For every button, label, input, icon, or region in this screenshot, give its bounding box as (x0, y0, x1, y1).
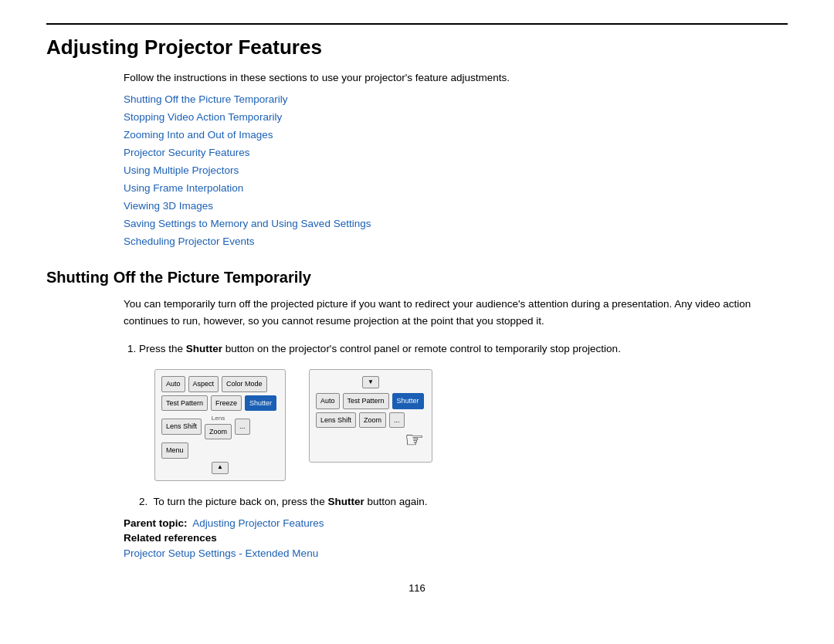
link-multiple-projectors[interactable]: Using Multiple Projectors (124, 162, 788, 180)
link-security[interactable]: Projector Security Features (124, 144, 788, 162)
parent-topic-label: Parent topic: (124, 517, 188, 529)
link-3d-images[interactable]: Viewing 3D Images (124, 198, 788, 215)
cp-btn-aspect: Aspect (188, 376, 219, 391)
remote-btn-auto: Auto (316, 393, 340, 408)
remote-arrow-top: ▼ (316, 376, 425, 388)
cp-btn-auto: Auto (161, 376, 185, 391)
page-number: 116 (46, 582, 788, 594)
remote-arrow-btn: ▼ (362, 376, 379, 388)
page-container: Adjusting Projector Features Follow the … (0, 0, 834, 625)
section-intro: You can temporarily turn off the project… (124, 296, 788, 329)
page-title: Adjusting Projector Features (46, 36, 788, 59)
remote-row1: Auto Test Pattern Shutter (316, 393, 425, 408)
cp-zoom-group: Lens Zoom (205, 414, 232, 439)
control-panel-image: Auto Aspect Color Mode Test Pattern Free… (154, 369, 286, 480)
link-zooming[interactable]: Zooming Into and Out of Images (124, 127, 788, 144)
step-2-text: 2. To turn the picture back on, press th… (139, 493, 788, 510)
cp-row2: Test Pattern Freeze Shutter (161, 395, 279, 411)
cp-lensshift-group: Lens Shift (161, 419, 202, 434)
cp-lens-label: Lens (212, 414, 225, 424)
step-1: Press the Shutter button on the projecto… (139, 341, 788, 481)
link-shutting-off[interactable]: Shutting Off the Picture Temporarily (124, 91, 788, 109)
control-images: Auto Aspect Color Mode Test Pattern Free… (154, 369, 788, 480)
cp-row1: Auto Aspect Color Mode (161, 376, 279, 391)
cp-btn-zoom: Zoom (205, 424, 232, 439)
cp-btn-testpattern: Test Pattern (161, 395, 208, 411)
top-rule (46, 23, 788, 25)
parent-topic-link[interactable]: Adjusting Projector Features (192, 517, 324, 529)
cp-btn-freeze: Freeze (211, 395, 242, 411)
remote-btn-testpattern: Test Pattern (343, 393, 389, 408)
cp-row4: Menu (161, 442, 279, 458)
section-title: Shutting Off the Picture Temporarily (46, 269, 788, 286)
remote-btn-lensshift: Lens Shift (316, 412, 356, 428)
cp-btn-menu: Menu (161, 442, 188, 458)
related-refs-link[interactable]: Projector Setup Settings - Extended Menu (124, 547, 318, 559)
link-scheduling[interactable]: Scheduling Projector Events (124, 233, 788, 251)
link-stopping-video[interactable]: Stopping Video Action Temporarily (124, 109, 788, 127)
section-body: You can temporarily turn off the project… (124, 296, 788, 559)
remote-btn-shutter: Shutter (392, 393, 424, 408)
cp-btn-shutter: Shutter (245, 395, 276, 411)
remote-btn-zoom: Zoom (359, 412, 386, 428)
steps-list: Press the Shutter button on the projecto… (139, 341, 788, 481)
cp-arrow-up: ▲ (212, 462, 229, 474)
cp-btn-lensshift: Lens Shift (161, 419, 202, 434)
step1-bold: Shutter (186, 343, 222, 354)
remote-panel-image: ▼ Auto Test Pattern Shutter Lens Shift Z… (309, 369, 432, 463)
cp-btn-colormode: Color Mode (222, 376, 267, 391)
link-frame-interpolation[interactable]: Using Frame Interpolation (124, 180, 788, 198)
step2-bold: Shutter (327, 496, 364, 507)
parent-topic: Parent topic: Adjusting Projector Featur… (124, 517, 788, 529)
cp-btn-extra: ... (235, 419, 250, 434)
remote-btn-extra: ... (389, 412, 405, 428)
related-refs-label: Related references (124, 532, 788, 544)
intro-text: Follow the instructions in these section… (124, 72, 788, 83)
link-saving-settings[interactable]: Saving Settings to Memory and Using Save… (124, 215, 788, 233)
hand-cursor-icon: ☞ (405, 423, 424, 458)
links-list: Shutting Off the Picture Temporarily Sto… (124, 91, 788, 250)
cp-row3: Lens Shift Lens Zoom ... (161, 414, 279, 439)
